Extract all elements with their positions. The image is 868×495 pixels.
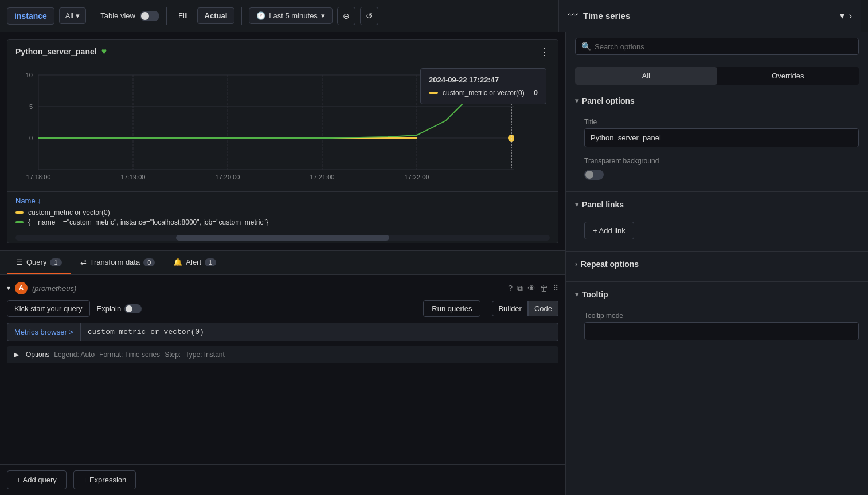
tab-alert[interactable]: 🔔 Alert 1 <box>164 251 225 274</box>
query-letter: A <box>15 282 28 294</box>
divider3 <box>241 7 242 25</box>
actual-button[interactable]: Actual <box>197 7 235 24</box>
rp-tab-all[interactable]: All <box>575 67 717 85</box>
help-icon-button[interactable]: ? <box>508 284 513 293</box>
panel-links-content: + Add link <box>570 215 863 244</box>
panel-options-chevron-icon: ▾ <box>575 97 578 105</box>
time-range-button[interactable]: 🕐 Last 5 minutes ▾ <box>249 7 333 24</box>
right-panel-title: Time series <box>583 11 835 21</box>
legend-name-button[interactable]: Name ↓ <box>15 197 41 205</box>
legend-item-2: {__name__="custom_metric", instance="loc… <box>15 218 550 226</box>
all-dropdown[interactable]: All ▾ <box>59 7 86 24</box>
right-panel-tabs: All Overrides <box>575 67 859 85</box>
drag-icon-button[interactable]: ⠿ <box>553 284 558 293</box>
legend-item-1: custom_metric or vector(0) <box>15 209 550 217</box>
legend-color-2 <box>15 221 24 223</box>
query-editor: ▾ A (prometheus) ? ⧉ 👁 🗑 ⠿ Kick start yo… <box>0 275 565 464</box>
transform-tab-label: Transform data <box>90 258 140 266</box>
svg-text:17:21:00: 17:21:00 <box>310 174 335 180</box>
tooltip-label: Tooltip <box>582 290 608 299</box>
chart-menu-button[interactable]: ⋮ <box>539 45 550 58</box>
alert-badge: 1 <box>205 258 216 266</box>
panel-links-chevron-icon: ▾ <box>575 201 578 209</box>
panel-options-header[interactable]: ▾ Panel options <box>570 91 863 111</box>
panel-title-input[interactable] <box>584 128 859 147</box>
query-source: (prometheus) <box>32 284 76 293</box>
explain-toggle[interactable] <box>124 304 142 313</box>
right-panel-search: 🔍 <box>566 32 868 61</box>
repeat-options-label: Repeat options <box>581 260 639 269</box>
bottom-bar: + Add query + Expression <box>0 464 565 495</box>
legend-label-2: {__name__="custom_metric", instance="loc… <box>28 218 268 226</box>
table-view-switch[interactable] <box>140 11 159 21</box>
zoom-out-button[interactable]: ⊖ <box>337 7 355 25</box>
right-panel: 🔍 All Overrides ▾ Panel options Title Tr… <box>565 32 868 495</box>
tab-query[interactable]: ☰ Query 1 <box>7 251 71 274</box>
eye-icon-button[interactable]: 👁 <box>527 284 535 293</box>
query-input-field[interactable] <box>81 323 558 341</box>
time-chevron-icon: ▾ <box>321 11 325 20</box>
divider2 <box>166 7 167 25</box>
refresh-button[interactable]: ↺ <box>360 7 378 25</box>
panel-links-header[interactable]: ▾ Panel links <box>570 194 863 215</box>
chart-container: Python_server_panel ♥ ⋮ <box>7 39 558 243</box>
divider-panel-links <box>566 191 868 192</box>
add-link-button[interactable]: + Add link <box>584 222 634 239</box>
query-collapse-button[interactable]: ▾ <box>7 284 10 292</box>
run-queries-button[interactable]: Run queries <box>423 300 480 317</box>
tooltip-content: Tooltip mode <box>570 305 863 345</box>
chart-scrollbar[interactable] <box>15 235 550 241</box>
copy-icon-button[interactable]: ⧉ <box>517 284 523 293</box>
tooltip-section: ▾ Tooltip Tooltip mode <box>570 284 863 345</box>
all-chevron-icon: ▾ <box>76 11 80 20</box>
query-input-row: Metrics browser > <box>7 323 558 341</box>
builder-button[interactable]: Builder <box>492 301 527 316</box>
heart-icon: ♥ <box>101 46 107 57</box>
clock-icon: 🕐 <box>256 11 265 20</box>
kick-start-row: Kick start your query Explain Run querie… <box>7 300 558 317</box>
chart-legend: Name ↓ custom_metric or vector(0) {__nam… <box>7 191 558 233</box>
fill-button[interactable]: Fill <box>174 8 193 23</box>
type-info: Type: Instant <box>185 351 225 359</box>
query-panel: ☰ Query 1 ⇄ Transform data 0 🔔 Alert 1 <box>0 250 565 495</box>
search-options-input[interactable] <box>595 42 853 51</box>
instance-button[interactable]: instance <box>7 7 54 25</box>
right-panel-header: 〰 Time series ▾ › <box>558 0 861 32</box>
tooltip-metric: custom_metric or vector(0) <box>443 89 529 97</box>
divider-repeat-options <box>566 251 868 252</box>
tooltip-header[interactable]: ▾ Tooltip <box>570 284 863 305</box>
repeat-options-header[interactable]: › Repeat options <box>570 254 863 274</box>
tooltip-overlay: 2024-09-22 17:22:47 custom_metric or vec… <box>420 68 546 104</box>
panel-options-section: ▾ Panel options Title Transparent backgr… <box>570 91 863 184</box>
builder-code-row: Builder Code <box>492 301 558 316</box>
svg-text:17:22:00: 17:22:00 <box>405 174 429 180</box>
right-panel-next-button[interactable]: › <box>849 11 852 21</box>
transparent-bg-label: Transparent background <box>584 157 659 165</box>
panel-options-label: Panel options <box>582 96 635 105</box>
tab-transform[interactable]: ⇄ Transform data 0 <box>71 251 165 274</box>
options-label: Options <box>26 351 49 359</box>
rp-tab-overrides[interactable]: Overrides <box>717 67 859 85</box>
code-button[interactable]: Code <box>528 301 558 316</box>
transparent-toggle[interactable] <box>584 170 604 180</box>
tooltip-row: custom_metric or vector(0) 0 <box>429 89 538 97</box>
explain-toggle-knob <box>126 305 132 312</box>
kick-start-button[interactable]: Kick start your query <box>7 300 90 317</box>
panel-links-section: ▾ Panel links + Add link <box>570 194 863 244</box>
refresh-icon: ↺ <box>366 11 373 21</box>
options-collapse-button[interactable]: ▶ <box>14 351 19 359</box>
explain-row: Explain <box>97 304 142 313</box>
repeat-options-section: › Repeat options <box>570 254 863 274</box>
delete-icon-button[interactable]: 🗑 <box>540 284 548 293</box>
wave-icon: 〰 <box>568 10 578 22</box>
chart-title: Python_server_panel <box>15 47 97 56</box>
divider-tooltip <box>566 281 868 282</box>
panel-links-label: Panel links <box>582 200 624 209</box>
main-layout: Python_server_panel ♥ ⋮ <box>0 32 868 495</box>
add-query-button[interactable]: + Add query <box>7 470 67 489</box>
add-expression-button[interactable]: + Expression <box>73 470 136 489</box>
tooltip-mode-selector[interactable] <box>584 322 859 340</box>
metrics-browser-button[interactable]: Metrics browser > <box>7 323 81 341</box>
step-info: Step: <box>165 351 181 359</box>
right-panel-chevron-button[interactable]: ▾ <box>840 10 844 21</box>
